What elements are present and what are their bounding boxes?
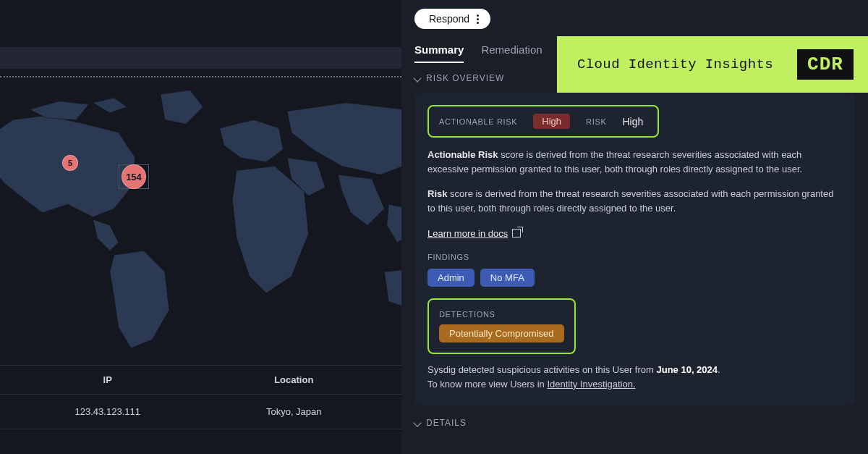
col-header-ip[interactable]: IP (14, 374, 201, 385)
table-header-row: IP Location (0, 365, 401, 395)
details-section: DETAILS (401, 405, 868, 431)
finding-chip-no-mfa[interactable]: No MFA (480, 269, 535, 287)
details-header[interactable]: DETAILS (414, 418, 855, 428)
respond-label: Respond (429, 13, 469, 25)
detection-chip[interactable]: Potentially Compromised (439, 324, 564, 342)
map-marker[interactable]: 154 (122, 164, 146, 189)
actionable-risk-badge: High (533, 114, 570, 129)
kebab-icon (477, 14, 479, 24)
marker-count: 5 (68, 159, 72, 167)
chevron-down-icon (413, 74, 421, 82)
risk-value: High (622, 116, 643, 127)
table-row[interactable]: 123.43.123.111 Tokyo, Japan (0, 395, 401, 429)
cdr-banner: Cloud Identity Insights CDR (557, 36, 868, 93)
risk-card: ACTIONABLE RISK High RISK High Actionabl… (414, 93, 855, 405)
risk-row-highlight: ACTIONABLE RISK High RISK High (427, 105, 659, 138)
tab-summary[interactable]: Summary (414, 43, 464, 63)
detections-heading: DETECTIONS (439, 310, 564, 319)
risk-label: RISK (586, 117, 606, 126)
actionable-risk-description: Actionable Risk score is derived from th… (427, 148, 842, 177)
findings-heading: FINDINGS (427, 253, 842, 261)
findings-chips: Admin No MFA (427, 269, 842, 287)
marker-count: 154 (126, 172, 142, 182)
left-panel: 5 154 IP Location 123.43.123.111 Tokyo, … (0, 0, 401, 454)
world-map-svg (0, 77, 401, 365)
chevron-down-icon (413, 419, 421, 426)
banner-badge: CDR (797, 49, 854, 80)
filter-bar (0, 47, 401, 69)
finding-chip-admin[interactable]: Admin (427, 269, 475, 287)
tab-remediation[interactable]: Remediation (481, 43, 542, 63)
cell-ip: 123.43.123.111 (14, 406, 201, 417)
risk-description: Risk score is derived from the threat re… (427, 187, 842, 216)
respond-row: Respond (401, 0, 868, 35)
actionable-risk-label: ACTIONABLE RISK (439, 117, 517, 126)
section-title: DETAILS (426, 418, 467, 428)
world-map[interactable]: 5 154 (0, 77, 401, 365)
detection-note: Sysdig detected suspicious activities on… (427, 363, 842, 392)
cell-location: Tokyo, Japan (201, 406, 388, 417)
table-spacer (0, 429, 401, 454)
section-title: RISK OVERVIEW (426, 73, 504, 83)
banner-title: Cloud Identity Insights (577, 56, 773, 72)
identity-investigation-link[interactable]: Identity Investigation. (547, 379, 635, 390)
detections-highlight: DETECTIONS Potentially Compromised (427, 298, 576, 354)
col-header-location[interactable]: Location (201, 374, 388, 385)
top-spacer (0, 0, 401, 47)
respond-button[interactable]: Respond (414, 9, 490, 29)
external-link-icon (512, 229, 521, 237)
learn-more-link[interactable]: Learn more in docs (427, 228, 521, 239)
ip-table: IP Location 123.43.123.111 Tokyo, Japan (0, 365, 401, 454)
map-marker[interactable]: 5 (62, 155, 78, 171)
